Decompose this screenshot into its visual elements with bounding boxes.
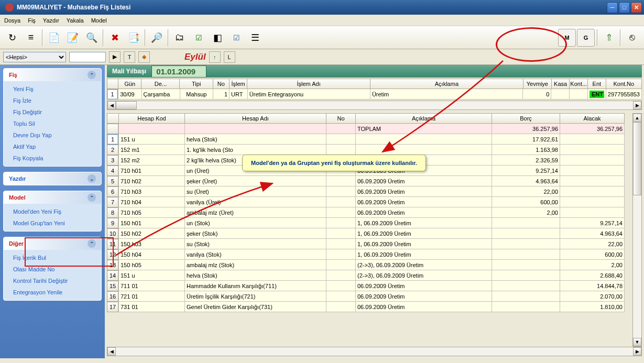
voucher-hscroll[interactable]: ◀ ▶ [107, 101, 642, 110]
col-gun[interactable]: Gün [118, 79, 141, 89]
col-tipi[interactable]: Tipi [179, 79, 212, 89]
detail-row[interactable]: 14 151 u helva (Stok) (2->3), 06.09.2009… [107, 270, 632, 281]
sidebar-devre-disi[interactable]: Devre Dışı Yap [4, 129, 101, 141]
detail-row[interactable]: 9 150 h01 un (Stok) 1, 06.09.2009 Üretim… [107, 218, 632, 228]
check-green-icon[interactable]: ☑ [190, 29, 208, 47]
copy-docs-icon[interactable]: 📑 [125, 29, 143, 47]
scroll-right-icon[interactable]: ▶ [633, 101, 641, 109]
detail-row[interactable]: 5 710 h02 şeker (Üret) 06.09.2009 Üretim… [107, 176, 632, 186]
panel-diger-header[interactable]: Diğer⌃ [4, 237, 101, 250]
search-icon[interactable]: 🔎 [148, 29, 166, 47]
panel-fis-header[interactable]: Fiş⌃ [4, 69, 101, 81]
voucher-row[interactable]: 1 30/09 Çarşamba Mahsup 1 URT Üretim Ent… [107, 89, 642, 100]
col-de[interactable]: De... [141, 79, 179, 89]
detail-row[interactable]: 6 710 h03 su (Üret) 06.09.2009 Üretim 22… [107, 186, 632, 197]
scroll-left-icon[interactable]: ◀ [107, 101, 116, 109]
form-icon[interactable]: 🗂 [171, 29, 189, 47]
panel-yazdir-header[interactable]: Yazdır⌄ [4, 172, 101, 185]
model-g-button[interactable]: G [577, 29, 595, 47]
menu-yazdir[interactable]: Yazdır [43, 17, 59, 24]
menu-dosya[interactable]: Dosya [4, 17, 20, 24]
dcol-hesap-adi[interactable]: Hesap Adı [184, 113, 326, 124]
edit-doc-icon[interactable]: 📝 [64, 29, 82, 47]
sidebar-fis-icerik-bul[interactable]: Fiş İçerik Bul [4, 252, 101, 263]
col-aciklama[interactable]: Açıklama [370, 79, 523, 89]
detail-row[interactable]: 8 710 h05 ambalaj mlz (Üret) 06.09.2009 … [107, 207, 632, 218]
dcol-no[interactable]: No [326, 113, 355, 124]
sidebar-model-grup-yeni[interactable]: Model Grup'tan Yeni [4, 217, 101, 229]
month-up-icon[interactable]: ↑ [209, 51, 221, 63]
detail-hscroll[interactable]: ◀ ▶ [107, 347, 642, 356]
filter-input[interactable] [69, 52, 106, 62]
dcol-borc[interactable]: Borç [492, 113, 560, 124]
detail-row[interactable]: 10 150 h02 şeker (Stok) 1, 06.09.2009 Ür… [107, 228, 632, 239]
detail-row[interactable]: 11 150 h03 su (Stok) 1, 06.09.2009 Üreti… [107, 239, 632, 249]
scroll-down-icon[interactable]: ▼ [633, 338, 641, 346]
refresh-icon[interactable]: ↻ [3, 29, 21, 47]
col-ent[interactable]: Ent [587, 79, 606, 89]
new-doc-icon[interactable]: 📄 [45, 29, 63, 47]
detail-row[interactable]: 1 151 u helva (Stok) 17.922,61 [107, 134, 632, 145]
layout-icon[interactable]: ◧ [209, 29, 226, 47]
fiscal-label: Mali Yılbaşı [107, 68, 151, 75]
collapse-icon[interactable]: ⇑ [600, 29, 618, 47]
detail-row[interactable]: 2 152 m1 1. kg'lik helva (Sto 1.163,98 [107, 145, 632, 155]
close-button[interactable]: ✕ [631, 2, 642, 13]
scroll-thumb[interactable] [633, 122, 641, 195]
sidebar-fis-izle[interactable]: Fiş İzle [4, 95, 101, 106]
list-icon[interactable]: ≡ [22, 29, 40, 47]
menu-fis[interactable]: Fiş [28, 17, 36, 24]
minimize-button[interactable]: ─ [607, 2, 618, 13]
dcol-aciklama[interactable]: Açıklama [355, 113, 492, 124]
maximize-button[interactable]: □ [619, 2, 630, 13]
scroll-right-icon[interactable]: ▶ [633, 347, 641, 356]
sidebar-fis-degistir[interactable]: Fiş Değiştir [4, 106, 101, 118]
col-kasa[interactable]: Kasa [551, 79, 570, 89]
detail-row[interactable]: 13 150 h05 ambalaj mlz (Stok) (2->3), 06… [107, 260, 632, 270]
filter-run-icon[interactable]: ▶ [109, 51, 121, 63]
sidebar-model-yeni-fis[interactable]: Model'den Yeni Fiş [4, 206, 101, 217]
col-no[interactable]: No [213, 79, 229, 89]
filter-select[interactable]: <Hepsi> [3, 52, 66, 62]
check-blue-icon[interactable]: ☑ [227, 29, 245, 47]
view-doc-icon[interactable]: 🔍 [83, 29, 101, 47]
detail-row[interactable]: 17 731 01 Genel Üretim Gider Karşılığı(7… [107, 302, 632, 312]
filter-toolbar: <Hepsi> ▶ T ◆ Eylül ↑ L [0, 49, 644, 65]
sidebar-yeni-fis[interactable]: Yeni Fiş [4, 83, 101, 95]
col-kontno[interactable]: Kont.No [606, 79, 642, 89]
model-m-button[interactable]: M [558, 29, 576, 47]
scroll-up-icon[interactable]: ▲ [633, 114, 641, 122]
detail-row[interactable]: 16 721 01 Üretim İşçilik Karşılığı(721) … [107, 291, 632, 302]
sidebar-aktif-yap[interactable]: Aktif Yap [4, 141, 101, 152]
chevron-up-icon: ⌃ [88, 193, 96, 202]
row-number: 15 [107, 281, 118, 291]
panel-model-header[interactable]: Model⌃ [4, 191, 101, 204]
sidebar-fis-kopyala[interactable]: Fiş Kopyala [4, 152, 101, 164]
row-number: 12 [107, 249, 118, 260]
menu-model[interactable]: Model [91, 17, 107, 24]
col-yevmiye[interactable]: Yevmiye [523, 79, 551, 89]
menu-yakala[interactable]: Yakala [67, 17, 84, 24]
col-kont[interactable]: Kont... [569, 79, 587, 89]
panel-yazdir: Yazdır⌄ [3, 172, 102, 185]
fiscal-date: 01.01.2009 [151, 65, 206, 78]
filter-t-button[interactable]: T [124, 51, 135, 63]
col-islem[interactable]: İşlem [229, 79, 247, 89]
month-list-icon[interactable]: L [224, 51, 235, 63]
detail-vscroll[interactable]: ▲ ▼ [632, 113, 642, 347]
detail-row[interactable]: 7 710 h04 vanilya (Üret) 06.09.2009 Üret… [107, 197, 632, 207]
dcol-alacak[interactable]: Alacak [560, 113, 625, 124]
detail-row[interactable]: 15 711 01 Hammadde Kullanım Karşılığı(71… [107, 281, 632, 291]
scroll-left-icon[interactable]: ◀ [107, 347, 116, 356]
sidebar-kontrol-tarihi[interactable]: Kontrol Tarihi Değiştir [4, 275, 101, 287]
col-islem-adi[interactable]: İşlem Adı [247, 79, 370, 89]
stack-icon[interactable]: ☰ [246, 29, 264, 47]
sidebar-toplu-sil[interactable]: Toplu Sil [4, 118, 101, 129]
delete-icon[interactable]: ✖ [106, 29, 124, 47]
detail-row[interactable]: 12 150 h04 vanilya (Stok) 1, 06.09.2009 … [107, 249, 632, 260]
filter-color-icon[interactable]: ◆ [138, 51, 150, 63]
sidebar-olasi-madde[interactable]: Olası Madde No [4, 263, 101, 275]
dcol-hesap-kod[interactable]: Hesap Kod [118, 113, 184, 124]
exit-icon[interactable]: ⎋ [623, 29, 641, 47]
sidebar-entegrasyon-yenile[interactable]: Entegrasyon Yenile [4, 287, 101, 298]
